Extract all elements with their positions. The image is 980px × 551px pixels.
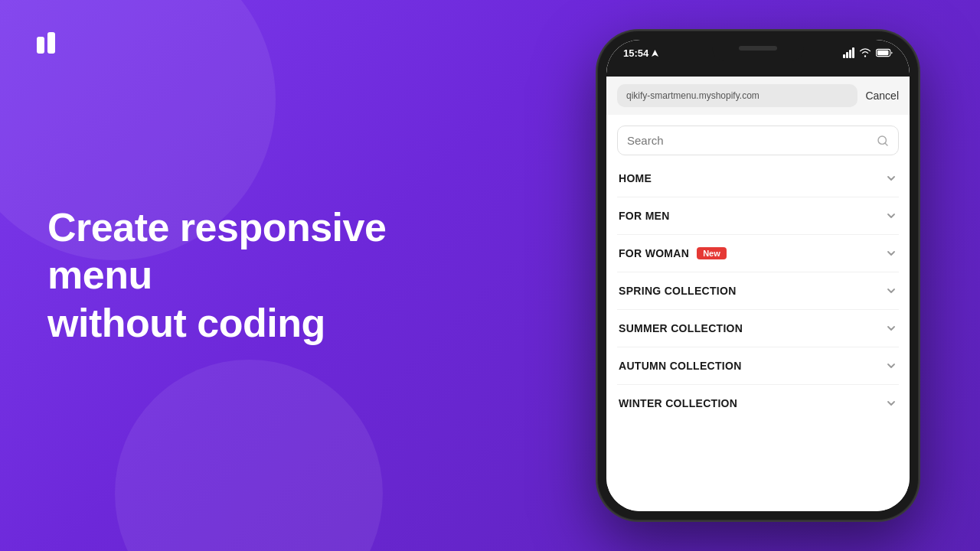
menu-item-left: HOME — [619, 172, 652, 184]
menu-item-left: SUMMER COLLECTION — [619, 322, 743, 334]
phone-mockup: 15:54 — [597, 31, 919, 520]
logo — [32, 28, 64, 60]
location-icon — [652, 50, 658, 57]
menu-item-left: FOR WOMANNew — [619, 247, 727, 259]
menu-item-label: FOR MEN — [619, 210, 670, 222]
menu-item[interactable]: SUMMER COLLECTION — [617, 310, 899, 347]
cancel-button[interactable]: Cancel — [865, 90, 899, 102]
menu-item[interactable]: AUTUMN COLLECTION — [617, 347, 899, 385]
status-bar: 15:54 — [606, 40, 910, 77]
notch-speaker — [739, 46, 777, 51]
notch — [712, 40, 804, 61]
menu-item[interactable]: FOR WOMANNew — [617, 235, 899, 272]
menu-item-label: SUMMER COLLECTION — [619, 322, 743, 334]
chevron-down-icon — [885, 247, 897, 259]
menu-item-left: WINTER COLLECTION — [619, 397, 737, 409]
menu-item-label: FOR WOMAN — [619, 247, 689, 259]
new-badge: New — [697, 247, 727, 259]
menu-list: HOMEFOR MENFOR WOMANNewSPRING COLLECTION… — [606, 160, 910, 422]
battery-icon — [876, 48, 893, 57]
chevron-down-icon — [885, 397, 897, 409]
menu-item-left: AUTUMN COLLECTION — [619, 360, 742, 372]
search-input[interactable] — [627, 134, 871, 147]
menu-item-label: HOME — [619, 172, 652, 184]
chevron-down-icon — [885, 172, 897, 184]
phone-shell: 15:54 — [597, 31, 919, 520]
chevron-down-icon — [885, 285, 897, 297]
wifi-icon — [859, 48, 871, 57]
menu-item[interactable]: HOME — [617, 160, 899, 197]
svg-rect-0 — [37, 37, 44, 54]
url-bar-area: qikify-smartmenu.myshopify.com Cancel — [606, 77, 910, 115]
chevron-down-icon — [885, 360, 897, 372]
phone-screen: 15:54 — [606, 40, 910, 511]
bg-blob-2 — [115, 360, 383, 551]
url-bar[interactable]: qikify-smartmenu.myshopify.com — [617, 84, 858, 107]
menu-item-label: WINTER COLLECTION — [619, 397, 737, 409]
search-icon — [877, 135, 889, 147]
hero-line2: without coding — [47, 301, 325, 345]
menu-item-left: FOR MEN — [619, 210, 670, 222]
menu-item-left: SPRING COLLECTION — [619, 285, 737, 297]
search-bar[interactable] — [617, 126, 899, 155]
menu-item[interactable]: FOR MEN — [617, 197, 899, 235]
svg-rect-1 — [47, 32, 55, 54]
signal-icon — [843, 47, 854, 58]
hero-line1: Create responsive menu — [47, 205, 386, 297]
chevron-down-icon — [885, 322, 897, 334]
chevron-down-icon — [885, 210, 897, 222]
phone-content: HOMEFOR MENFOR WOMANNewSPRING COLLECTION… — [606, 115, 910, 511]
menu-item[interactable]: WINTER COLLECTION — [617, 385, 899, 422]
hero-text: Create responsive menu without coding — [47, 204, 476, 347]
menu-item[interactable]: SPRING COLLECTION — [617, 272, 899, 310]
menu-item-label: AUTUMN COLLECTION — [619, 360, 742, 372]
svg-rect-3 — [877, 51, 889, 55]
menu-item-label: SPRING COLLECTION — [619, 285, 737, 297]
